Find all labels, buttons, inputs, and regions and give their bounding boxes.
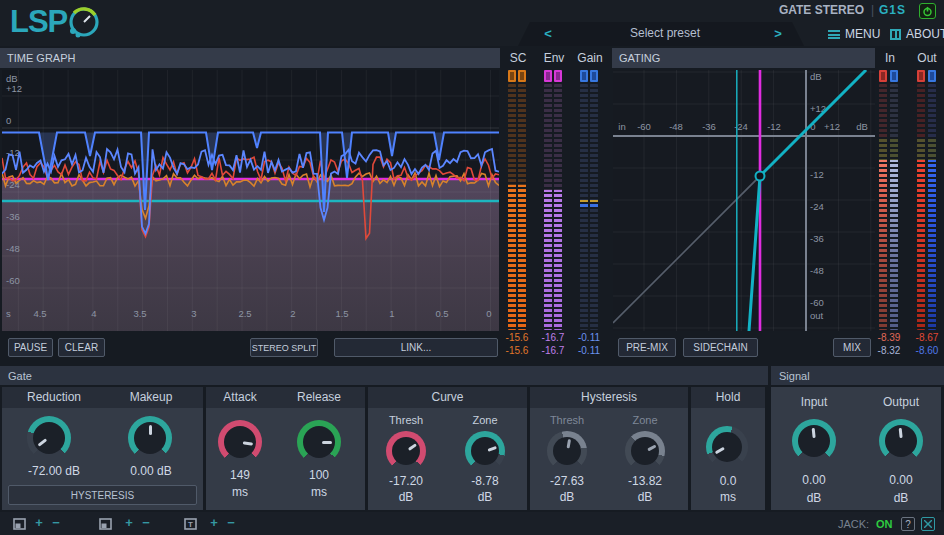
- curve-thresh-knob[interactable]: [386, 431, 426, 471]
- mix-button[interactable]: MIX: [833, 338, 871, 357]
- output-gain-knob[interactable]: [879, 419, 923, 463]
- plugin-id: G1S: [879, 3, 906, 17]
- curve-zone-knob[interactable]: [465, 431, 505, 471]
- menu-button[interactable]: MENU: [828, 25, 880, 43]
- window-mode-button[interactable]: [921, 517, 935, 531]
- knob-pointer-rot: [128, 416, 172, 460]
- svg-text:3.5: 3.5: [133, 308, 146, 319]
- sc-left-led: [508, 70, 516, 82]
- signal-section-header: Signal: [771, 366, 944, 385]
- sc-right-led: [518, 70, 526, 82]
- env-value-left: -16.7: [537, 332, 569, 343]
- window-scale-icon[interactable]: [99, 518, 112, 530]
- input-unit: dB: [784, 491, 844, 505]
- svg-text:-48: -48: [669, 121, 683, 132]
- preset-next-button[interactable]: >: [771, 25, 785, 43]
- knob-pointer-rot: [297, 420, 341, 464]
- svg-text:1: 1: [389, 308, 394, 319]
- knob-pointer-rot: [790, 417, 838, 465]
- curve-thresh-label: Thresh: [374, 414, 438, 426]
- signal-section-title: Signal: [779, 370, 810, 382]
- help-button[interactable]: ?: [901, 517, 915, 531]
- time-graph-header: TIME GRAPH: [0, 48, 500, 68]
- ui-scale-plus-button[interactable]: +: [33, 516, 45, 530]
- svg-text:-24: -24: [810, 201, 824, 212]
- hysteresis-thresh-knob[interactable]: [547, 431, 587, 471]
- in-meter-label: In: [877, 51, 903, 65]
- sc-meter-bar-left: [508, 84, 516, 330]
- release-value: 100: [287, 468, 351, 482]
- window-scale-minus-button[interactable]: −: [140, 516, 152, 530]
- window-scale-plus-button[interactable]: +: [123, 516, 135, 530]
- hold-knob[interactable]: [706, 426, 748, 468]
- gain-value-right: -0.11: [573, 345, 605, 356]
- clear-button[interactable]: CLEAR: [58, 338, 105, 357]
- svg-text:-36: -36: [702, 121, 716, 132]
- preset-select[interactable]: Select preset: [560, 26, 770, 44]
- knob-pointer-rot: [215, 417, 264, 466]
- sidechain-button[interactable]: SIDECHAIN: [683, 338, 758, 357]
- svg-text:0: 0: [486, 308, 491, 319]
- knob-pointer: [898, 428, 902, 438]
- release-label: Release: [287, 390, 351, 404]
- link-button[interactable]: LINK...: [334, 338, 498, 357]
- jack-status: ON: [876, 518, 893, 530]
- makeup-knob[interactable]: [128, 416, 172, 460]
- lsp-gauge-icon: [65, 4, 103, 42]
- about-button[interactable]: ABOUT: [890, 25, 944, 43]
- release-knob[interactable]: [297, 420, 341, 464]
- curve-zone-value: -8.78: [453, 474, 517, 488]
- attack-label: Attack: [208, 390, 272, 404]
- menu-icon: [828, 30, 840, 39]
- gating-title: GATING: [619, 52, 660, 64]
- svg-text:2.5: 2.5: [238, 308, 251, 319]
- reduction-value: -72.00 dB: [6, 464, 102, 478]
- svg-text:0.5: 0.5: [435, 308, 448, 319]
- curve-zone-unit: dB: [453, 490, 517, 504]
- svg-text:-48: -48: [810, 265, 824, 276]
- knob-pointer-rot: [618, 424, 672, 478]
- svg-text:2: 2: [290, 308, 295, 319]
- knob-pointer: [811, 428, 815, 438]
- attack-knob[interactable]: [218, 420, 262, 464]
- font-scale-icon[interactable]: T: [184, 518, 197, 530]
- knob-pointer: [322, 441, 332, 444]
- env-meter-bar-left: [544, 84, 552, 330]
- gain-value-left: -0.11: [573, 332, 605, 343]
- output-unit: dB: [871, 491, 931, 505]
- preset-prev-button[interactable]: <: [541, 25, 555, 43]
- hysteresis-toggle-button[interactable]: HYSTERESIS: [8, 485, 197, 505]
- gating-canvas[interactable]: in-60-48-36-24-120+12dBdB+12-12-24-36-48…: [613, 70, 875, 331]
- hysteresis-zone-knob[interactable]: [625, 431, 665, 471]
- font-scale-plus-button[interactable]: +: [208, 516, 220, 530]
- stereo-split-button[interactable]: STEREO SPLIT: [250, 338, 318, 357]
- ui-scale-icon[interactable]: [13, 518, 26, 530]
- sc-value-right: -15.6: [501, 345, 533, 356]
- out-right-led: [928, 70, 936, 82]
- output-label: Output: [871, 395, 931, 409]
- link-label: LINK...: [401, 342, 432, 353]
- svg-text:1.5: 1.5: [335, 308, 348, 319]
- power-button[interactable]: [919, 3, 936, 19]
- knob-pointer: [149, 425, 152, 435]
- input-label: Input: [784, 395, 844, 409]
- ui-scale-minus-button[interactable]: −: [50, 516, 62, 530]
- signal-panel: Input Output 0.00 dB 0.00 dB: [771, 387, 941, 510]
- svg-text:-12: -12: [810, 169, 824, 180]
- reduction-knob[interactable]: [27, 416, 71, 460]
- gate-knee-handle[interactable]: [756, 172, 765, 181]
- hysteresis-zone-value: -13.82: [613, 474, 677, 488]
- premix-label: PRE-MIX: [626, 342, 668, 353]
- font-scale-minus-button[interactable]: −: [225, 516, 237, 530]
- pause-button[interactable]: PAUSE: [8, 338, 53, 357]
- plugin-window: LSP GATE STEREO | G1S < Select preset > …: [0, 0, 944, 535]
- svg-text:T: T: [188, 520, 193, 529]
- reduction-makeup-panel: Reduction Makeup -72.00 dB 0.00 dB HYSTE…: [2, 387, 203, 510]
- hold-unit: ms: [696, 490, 760, 504]
- svg-text:-36: -36: [6, 211, 20, 222]
- input-gain-knob[interactable]: [792, 419, 836, 463]
- hold-value: 0.0: [696, 474, 760, 488]
- output-value: 0.00: [871, 473, 931, 487]
- hysteresis-thresh-value: -27.63: [535, 474, 599, 488]
- premix-button[interactable]: PRE-MIX: [618, 338, 676, 357]
